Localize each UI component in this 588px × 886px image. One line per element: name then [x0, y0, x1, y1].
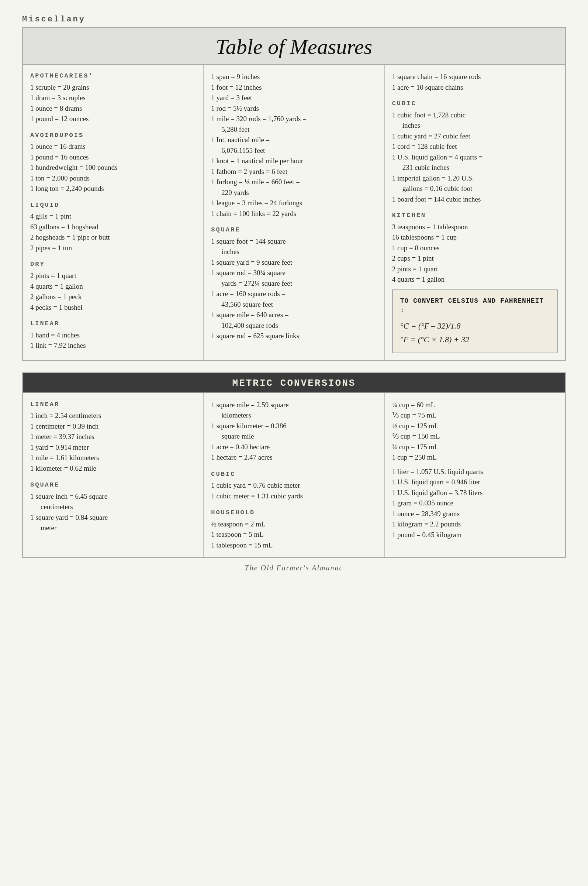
- list-item: 1 square foot = 144 square: [211, 236, 376, 247]
- list-item: 1 cubic foot = 1,728 cubic: [392, 110, 558, 121]
- list-item: 1 square inch = 6.45 square: [30, 491, 196, 502]
- metric-col1: LINEAR 1 inch = 2.54 centimeters 1 centi…: [23, 393, 204, 557]
- list-item: 4 quarts = 1 gallon: [392, 274, 558, 285]
- list-item: ¼ cup = 60 mL: [392, 400, 558, 411]
- list-item: 1 pound = 12 ounces: [30, 114, 196, 125]
- list-item: ½ cup = 125 mL: [392, 421, 558, 432]
- list-item: 1 square rod = 30¼ square: [211, 268, 376, 278]
- list-item: 4 quarts = 1 gallon: [30, 281, 196, 292]
- list-item: 1 cup = 8 ounces: [392, 243, 558, 254]
- avoirdupois-header: AVOIRDUPOIS: [30, 131, 196, 140]
- list-item: yards = 272¼ square feet: [211, 278, 376, 289]
- content-area: APOTHECARIES' 1 scruple = 20 grains 1 dr…: [22, 65, 566, 361]
- list-item: 1 square mile = 640 acres =: [211, 310, 376, 320]
- list-item: 1 U.S. liquid gallon = 4 quarts =: [392, 152, 558, 163]
- metric-household-header: HOUSEHOLD: [211, 508, 376, 517]
- list-item: gallons = 0.16 cubic foot: [392, 184, 558, 194]
- list-item: 1 kilogram = 2.2 pounds: [392, 519, 558, 530]
- list-item: 1 gram = 0.035 ounce: [392, 498, 558, 509]
- list-item: 5,280 feet: [211, 125, 376, 135]
- list-item: 1 acre = 160 square rods =: [211, 289, 376, 299]
- metric-square-header: SQUARE: [30, 480, 196, 490]
- metric-col2: 1 square mile = 2.59 square kilometers 1…: [204, 393, 384, 557]
- col3: 1 square chain = 16 square rods 1 acre =…: [385, 65, 565, 360]
- list-item: ⅓ cup = 75 mL: [392, 410, 558, 421]
- list-item: 1 hand = 4 inches: [30, 330, 196, 341]
- metric-content: LINEAR 1 inch = 2.54 centimeters 1 centi…: [22, 393, 566, 558]
- metric-col3: ¼ cup = 60 mL ⅓ cup = 75 mL ½ cup = 125 …: [385, 393, 565, 557]
- kitchen-header: KITCHEN: [392, 211, 558, 220]
- list-item: 1 ounce = 16 drams: [30, 141, 196, 152]
- list-item: 1 long ton = 2,240 pounds: [30, 184, 196, 194]
- page: Miscellany Table of Measures APOTHECARIE…: [0, 0, 588, 886]
- liquid-header: LIQUID: [30, 201, 196, 210]
- main-title: Table of Measures: [216, 35, 372, 59]
- metric-title: Metric Conversions: [232, 378, 356, 389]
- convert-box: TO CONVERT CELSIUS AND FAHRENHEIT : °C =…: [392, 289, 558, 353]
- list-item: 1 foot = 12 inches: [211, 82, 376, 93]
- list-item: 1 mile = 320 rods = 1,760 yards =: [211, 114, 376, 125]
- list-item: 1 cup = 250 mL: [392, 452, 558, 463]
- footer-label: The Old Farmer's Almanac: [22, 564, 566, 572]
- convert-box-title: TO CONVERT CELSIUS AND FAHRENHEIT :: [400, 296, 550, 315]
- formula1: °C = (°F – 32)/1.8: [400, 319, 550, 332]
- list-item: 1 cubic yard = 0.76 cubic meter: [211, 480, 376, 491]
- list-item: 1 yard = 3 feet: [211, 93, 376, 103]
- list-item: 1 square yard = 0.84 square: [30, 512, 196, 523]
- list-item: 1 tablespoon = 15 mL: [211, 540, 376, 551]
- list-item: 3 teaspoons = 1 tablespoon: [392, 222, 558, 233]
- list-item: 1 U.S. liquid gallon = 3.78 liters: [392, 488, 558, 498]
- list-item: 1 hectare = 2.47 acres: [211, 452, 376, 463]
- list-item: 1 cubic yard = 27 cubic feet: [392, 131, 558, 142]
- list-item: 1 dram = 3 scruples: [30, 93, 196, 103]
- list-item: 1 U.S. liquid quart = 0.946 liter: [392, 477, 558, 488]
- list-item: ¾ cup = 175 mL: [392, 442, 558, 453]
- list-item: 1 span = 9 inches: [211, 72, 376, 82]
- metric-cubic-header: CUBIC: [211, 469, 376, 479]
- list-item: 1 league = 3 miles = 24 furlongs: [211, 198, 376, 209]
- list-item: 2 pints = 1 quart: [392, 264, 558, 275]
- list-item: 1 square mile = 2.59 square: [211, 400, 376, 411]
- list-item: 43,560 square feet: [211, 299, 376, 310]
- linear-header: LINEAR: [30, 319, 196, 329]
- list-item: 1 square yard = 9 square feet: [211, 257, 376, 268]
- list-item: 1 ounce = 28.349 grams: [392, 509, 558, 519]
- list-item: 2 cups = 1 pint: [392, 253, 558, 264]
- list-item: centimeters: [30, 502, 196, 512]
- list-item: 1 cubic meter = 1.31 cubic yards: [211, 491, 376, 502]
- list-item: 4 gills = 1 pint: [30, 211, 196, 222]
- list-item: 1 pound = 0.45 kilogram: [392, 530, 558, 540]
- list-item: 1 square chain = 16 square rods: [392, 72, 558, 82]
- list-item: 1 centimeter = 0.39 inch: [30, 421, 196, 432]
- list-item: 1 meter = 39.37 inches: [30, 432, 196, 442]
- list-item: 2 pipes = 1 tun: [30, 243, 196, 254]
- main-title-box: Table of Measures: [22, 27, 566, 65]
- list-item: 1 board foot = 144 cubic inches: [392, 194, 558, 205]
- list-item: 6,076.1155 feet: [211, 146, 376, 156]
- list-item: 1 link = 7.92 inches: [30, 340, 196, 351]
- list-item: 102,400 square rods: [211, 320, 376, 331]
- square-header: SQUARE: [211, 226, 376, 235]
- list-item: 4 pecks = 1 bushel: [30, 302, 196, 313]
- footer-text: The Old Farmer's Almanac: [245, 564, 344, 572]
- formula2: °F = (°C × 1.8) + 32: [400, 332, 550, 346]
- list-item: 1 square rod = 625 square links: [211, 331, 376, 341]
- list-item: 1 inch = 2.54 centimeters: [30, 411, 196, 421]
- list-item: 2 pints = 1 quart: [30, 271, 196, 281]
- metric-linear-header: LINEAR: [30, 400, 196, 409]
- list-item: 1 liter = 1.057 U.S. liquid quarts: [392, 466, 558, 477]
- list-item: inches: [392, 120, 558, 131]
- list-item: 1 teaspoon = 5 mL: [211, 529, 376, 540]
- dry-header: DRY: [30, 260, 196, 269]
- list-item: 1 rod = 5½ yards: [211, 103, 376, 114]
- list-item: inches: [211, 247, 376, 257]
- col2: 1 span = 9 inches 1 foot = 12 inches 1 y…: [204, 65, 384, 360]
- list-item: 16 tablespoons = 1 cup: [392, 232, 558, 243]
- list-item: 1 chain = 100 links = 22 yards: [211, 209, 376, 219]
- list-item: 63 gallons = 1 hogshead: [30, 222, 196, 233]
- list-item: 2 hogsheads = 1 pipe or butt: [30, 232, 196, 243]
- list-item: 1 ton = 2,000 pounds: [30, 173, 196, 184]
- list-item: 1 acre = 0.40 hectare: [211, 442, 376, 453]
- list-item: ½ teaspoon = 2 mL: [211, 519, 376, 530]
- apothecaries-header: APOTHECARIES': [30, 72, 196, 81]
